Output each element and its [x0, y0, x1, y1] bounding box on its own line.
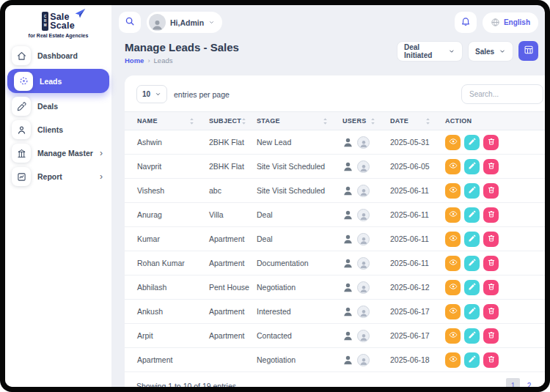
page-size-value: 10 [142, 90, 150, 98]
assigned-user-icon [342, 258, 353, 269]
view-button[interactable] [445, 256, 461, 271]
view-button[interactable] [445, 328, 461, 344]
pencil-icon [468, 330, 477, 341]
assigned-user-icon [342, 306, 353, 317]
deals-pen-icon [12, 97, 31, 116]
column-header-stage[interactable]: STAGE [257, 112, 342, 130]
lead-date: 2025-06-05 [390, 155, 445, 179]
view-button[interactable] [445, 183, 461, 199]
pencil-icon [468, 185, 477, 196]
delete-button[interactable] [483, 159, 499, 174]
edit-button[interactable] [464, 232, 480, 247]
eye-icon [449, 282, 458, 293]
chevron-down-icon [448, 48, 455, 55]
avatar-placeholder-icon [357, 185, 370, 197]
paper-plane-icon [75, 8, 86, 19]
breadcrumb-home-link[interactable]: Home [125, 56, 144, 64]
lead-stage: Contacted [257, 324, 342, 348]
edit-button[interactable] [464, 207, 480, 223]
view-button[interactable] [445, 135, 461, 150]
sidebar-item-deals[interactable]: Deals [5, 95, 111, 118]
delete-button[interactable] [483, 256, 499, 271]
sidebar-item-leads[interactable]: Leads [7, 69, 109, 93]
edit-button[interactable] [464, 328, 480, 344]
lead-stage: Deal [257, 227, 342, 251]
trash-icon [487, 137, 496, 148]
lead-date: 2025-06-11 [390, 179, 445, 203]
pencil-icon [468, 282, 477, 293]
lead-stage: Site Visit Scheduled [257, 155, 342, 179]
row-actions [445, 304, 545, 319]
page-button-1[interactable]: 1 [506, 378, 520, 387]
delete-button[interactable] [483, 304, 499, 319]
table-row: Arpit Apartment Contacted 2025-06-17 [125, 324, 545, 348]
view-button[interactable] [445, 232, 461, 247]
page-header: Manage Leads - Sales Home › Leads Deal I… [111, 33, 545, 64]
view-button[interactable] [445, 280, 461, 295]
sort-icon [425, 117, 430, 125]
table-row: Kumar Apartment Deal 2025-06-11 [125, 227, 545, 251]
pencil-icon [468, 355, 477, 366]
delete-button[interactable] [483, 280, 499, 295]
sidebar-item-dashboard[interactable]: Dashboard [5, 44, 111, 67]
type-filter-dropdown[interactable]: Sales [468, 41, 513, 62]
table-grid-icon [524, 45, 534, 57]
lead-date: 2025-06-11 [390, 251, 445, 275]
table-view-button[interactable] [518, 41, 538, 61]
column-header-date[interactable]: DATE [390, 112, 445, 130]
delete-button[interactable] [483, 232, 499, 247]
column-header-name[interactable]: NAME [125, 112, 209, 130]
lead-users [342, 330, 390, 342]
edit-button[interactable] [464, 256, 480, 271]
bell-icon [461, 16, 471, 29]
sidebar-item-manage-master[interactable]: Manage Master › [5, 141, 111, 165]
delete-button[interactable] [483, 328, 499, 344]
sidebar-item-clients[interactable]: Clients [5, 118, 111, 141]
delete-button[interactable] [483, 135, 499, 150]
leads-table-card: 10 entries per page NAME SUBJECT STAGE [125, 75, 545, 387]
breadcrumb: Home › Leads [125, 56, 239, 64]
avatar-placeholder-icon [357, 209, 370, 221]
lead-date: 2025-06-18 [390, 348, 445, 372]
breadcrumb-separator: › [147, 56, 150, 64]
pencil-icon [468, 306, 477, 317]
window-frame: CRM Sale Scale for Real Estate Agencies … [0, 0, 550, 392]
edit-button[interactable] [464, 183, 480, 199]
view-button[interactable] [445, 207, 461, 223]
search-button[interactable] [119, 12, 141, 33]
report-chart-icon [12, 167, 31, 186]
trash-icon [487, 306, 496, 317]
column-header-users[interactable]: USERS [342, 112, 390, 130]
stage-filter-dropdown[interactable]: Deal Initiated [397, 41, 463, 62]
profile-menu[interactable]: Hi,Admin [147, 12, 222, 33]
delete-button[interactable] [483, 207, 499, 223]
edit-button[interactable] [464, 280, 480, 295]
table-search-input[interactable] [461, 84, 543, 104]
lead-stage: Negotiation [257, 348, 342, 372]
notifications-button[interactable] [455, 12, 477, 33]
assigned-user-icon [342, 355, 353, 366]
sidebar-item-report[interactable]: Report › [5, 165, 111, 188]
pagination: 12 [506, 378, 536, 387]
delete-button[interactable] [483, 183, 499, 199]
lead-users [342, 306, 390, 318]
edit-button[interactable] [464, 352, 480, 368]
edit-button[interactable] [464, 304, 480, 319]
globe-icon [491, 18, 500, 27]
page-size-select[interactable]: 10 [136, 85, 167, 103]
edit-button[interactable] [464, 159, 480, 174]
view-button[interactable] [445, 352, 461, 368]
column-header-subject[interactable]: SUBJECT [209, 112, 257, 130]
lead-name: Ankush [125, 300, 209, 324]
view-button[interactable] [445, 159, 461, 174]
sidebar-item-label: Dashboard [37, 51, 105, 60]
entries-summary: Showing 1 to 10 of 19 entries [136, 382, 236, 388]
manage-master-building-icon [12, 144, 31, 163]
language-selector[interactable]: English [483, 12, 538, 33]
trash-icon [487, 161, 496, 172]
edit-button[interactable] [464, 135, 480, 150]
column-header-action[interactable]: ACTION [445, 112, 545, 130]
page-button-2[interactable]: 2 [522, 378, 536, 387]
view-button[interactable] [445, 304, 461, 319]
delete-button[interactable] [483, 352, 499, 368]
